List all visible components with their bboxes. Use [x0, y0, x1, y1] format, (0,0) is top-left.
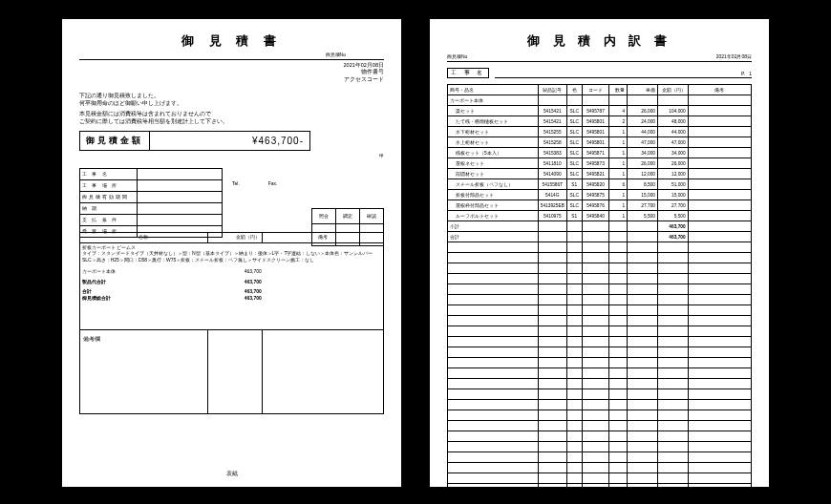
empty-row — [448, 295, 752, 305]
empty-row — [448, 242, 752, 253]
page1-footer: 表紙 — [226, 471, 238, 477]
detail-row: 屋根枠付部品セット5413925EBSLC5495876127,70027,70… — [448, 200, 752, 211]
empty-row — [448, 421, 752, 431]
page-number: P. 1 — [741, 71, 752, 76]
empty-row — [448, 400, 752, 410]
empty-row — [448, 389, 752, 400]
total-row: 合計463,700 — [448, 232, 752, 242]
stamp-mark: 甲 — [79, 153, 384, 158]
divider — [447, 61, 752, 62]
phone-fax-row: Tel. Fax. — [232, 180, 384, 186]
access-code-label: アクセスコード — [344, 76, 384, 83]
total-amount-box: 御見積金額 ¥463,700- — [79, 131, 310, 151]
estimate-no-label: 御見積No — [79, 52, 384, 57]
empty-row — [448, 452, 752, 463]
detail-row: スチール折板（ペフなし）5415586TS1549582068,50051,00… — [448, 179, 752, 190]
empty-row — [448, 326, 752, 337]
amount-label: 御見積金額 — [80, 132, 150, 150]
p2-estno-label: 御見積No — [447, 53, 467, 59]
detail-row: 桟板セット（5本入）5415383SLC5495871134,00034,000 — [448, 148, 752, 158]
empty-row — [448, 316, 752, 326]
empty-row — [448, 494, 752, 505]
empty-row — [448, 337, 752, 347]
empty-row — [448, 484, 752, 494]
empty-row — [448, 263, 752, 274]
empty-row — [448, 431, 752, 442]
p2-date: 2021年02月08日 — [716, 53, 752, 59]
page1-title: 御 見 積 書 — [79, 32, 384, 50]
subtotal-row: 小計463,700 — [448, 221, 752, 232]
section-row: カーポート本体 — [448, 95, 752, 106]
intro-text: 下記の通り御見積致しました。 何卒御用命のほど御願い申し上げます。 本見積金額に… — [79, 93, 384, 125]
estimate-date: 2021年02月08日 — [344, 62, 384, 69]
detail-row: 水下桁材セット5415255SLC5495801144,00044,000 — [448, 127, 752, 137]
estimate-page-1: 御 見 積 書 御見積No 2021年02月08日 物件番号 アクセスコード 下… — [62, 19, 401, 487]
empty-row — [448, 253, 752, 263]
detail-row: 屋根ネセット5411810SLC5495873126,00026,000 — [448, 158, 752, 169]
estimate-page-2: 御 見 積 内 訳 書 御見積No 2021年02月08日 工 事 名 P. 1… — [430, 19, 769, 487]
detail-row: 水上桁材セット5415258SLC5495801147,00047,000 — [448, 137, 752, 148]
amount-value: ¥463,700- — [150, 133, 309, 149]
empty-row — [448, 274, 752, 284]
page2-title: 御 見 積 内 訳 書 — [447, 32, 752, 50]
property-no-label: 物件番号 — [344, 69, 384, 75]
meta-block: 2021年02月08日 物件番号 アクセスコード — [344, 62, 384, 83]
empty-row — [448, 305, 752, 316]
note-label: 備考欄 — [83, 336, 384, 343]
detail-row: 折板付部品セット5414GSLC5495875115,00015,000 — [448, 190, 752, 200]
detail-row: たて桟・横雨樋板セット5415421SLC5495801224,00048,00… — [448, 116, 752, 127]
tel-label: Tel. — [232, 180, 240, 186]
koji-label: 工 事 名 — [447, 68, 489, 78]
detail-row: ルーフボルトセット5410975S1549584015,5005,500 — [448, 211, 752, 221]
empty-row — [448, 473, 752, 484]
koji-line: P. 1 — [495, 68, 752, 78]
detail-row: 前隠材セット5414090SLC5495821112,00012,000 — [448, 169, 752, 179]
approval-stamps: 照合 調定 確認 — [311, 208, 384, 246]
empty-row — [448, 379, 752, 389]
empty-row — [448, 358, 752, 368]
divider — [79, 59, 384, 60]
empty-row — [448, 347, 752, 358]
empty-row — [448, 284, 752, 295]
fax-label: Fax. — [268, 180, 278, 186]
detail-row: 梁セット5415421SLC5495787426,000104,000 — [448, 106, 752, 116]
empty-row — [448, 463, 752, 473]
project-info-table: 工 事 名 工 事 場 所 御見積有効期間 納 期 支 払 条 件 受 渡 場 … — [79, 168, 223, 238]
estimate-summary-table: 名称 金額（円） 備考 折板カーポート ビームス タイプ：スタンダードタイプ（天… — [79, 232, 384, 414]
empty-row — [448, 368, 752, 379]
detail-table: 商号・品名 製品記号 色 コード 数量 単価 金額（円） 備考 カーポート本体 … — [447, 84, 752, 504]
empty-row — [448, 442, 752, 452]
empty-row — [448, 410, 752, 421]
specification-cell: 折板カーポート ビームス タイプ：スタンダードタイプ（天井材なし）＞型：N型（基… — [80, 242, 384, 329]
